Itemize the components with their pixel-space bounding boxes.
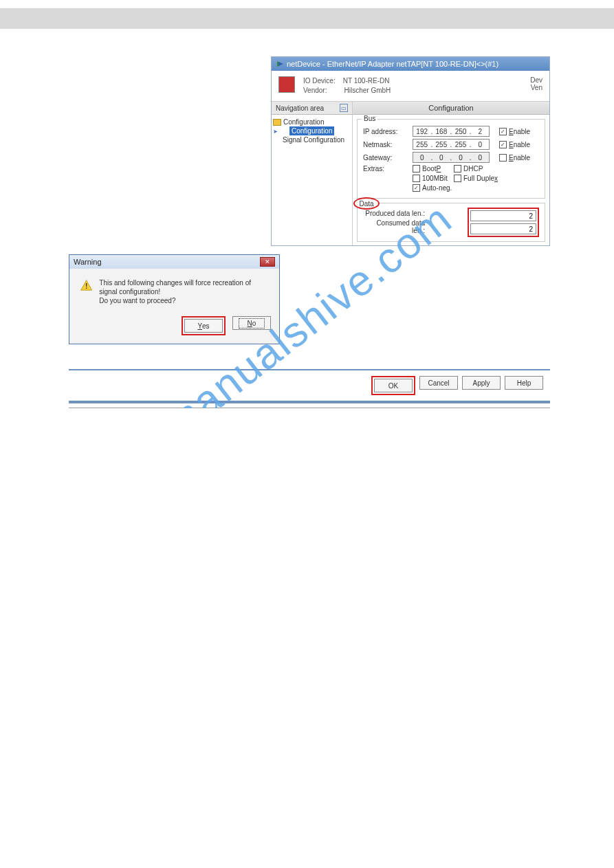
warning-dialog: Warning ✕ ! This and following changes w… — [69, 254, 280, 344]
gateway-label: Gateway: — [363, 154, 413, 162]
ok-button[interactable]: OK — [374, 379, 413, 392]
app-icon — [276, 60, 284, 68]
device-info-right: Dev Ven — [530, 76, 542, 96]
nav-pane: Navigation area ▭ Configuration ➤Configu… — [272, 102, 353, 245]
ip-row: IP address: 192. 168. 250. 2 ✓EEnablenab… — [363, 126, 539, 137]
arrow-icon: ➤ — [273, 129, 278, 135]
gateway-row: Gateway: 0. 0. 0. 0 Enable — [363, 152, 539, 163]
config-window: netDevice - EtherNet/IP Adapter netTAP[N… — [271, 56, 550, 246]
ip-label: IP address: — [363, 128, 413, 135]
checkbox-icon — [413, 175, 420, 182]
produced-label: Produced data len.: — [363, 210, 429, 217]
bus-fieldset: Bus IP address: 192. 168. 250. 2 ✓EEnabl… — [357, 119, 545, 199]
dhcp-label: DHCP — [463, 165, 483, 173]
consumed-label: Consumed data len.: — [363, 219, 429, 234]
fullduplex-chk[interactable]: Full Duplex — [454, 175, 498, 182]
gw-oct-2: 0 — [432, 154, 450, 162]
netmask-enable-chk[interactable]: ✓Enable — [499, 141, 530, 148]
close-button[interactable]: ✕ — [260, 257, 275, 267]
vendor-id-label: Ven — [530, 84, 542, 91]
bootp-chk[interactable]: BootP — [413, 165, 454, 173]
checkbox-icon: ✓ — [499, 128, 507, 135]
tree-root-label: Configuration — [283, 118, 324, 126]
produced-row: Produced data len.: — [363, 210, 468, 217]
data-fieldset: Data Produced data len.: Consumed data l… — [357, 203, 545, 242]
extras-row3: ✓Auto-neg. — [363, 184, 539, 192]
dhcp-chk[interactable]: DHCP — [454, 165, 483, 173]
svg-marker-1 — [278, 62, 283, 66]
help-button[interactable]: Help — [505, 376, 543, 390]
ip-input[interactable]: 192. 168. 250. 2 — [413, 126, 490, 137]
nav-title: Navigation area — [276, 104, 324, 112]
config-header: IO Device: NT 100-RE-DN Vendor: Hilscher… — [272, 71, 549, 101]
vendor-label: Vendor: — [303, 87, 327, 94]
ip-oct-4: 2 — [472, 128, 489, 135]
tree-selected-label: Configuration — [289, 126, 334, 135]
netmask-label: Netmask: — [363, 141, 413, 148]
folder-icon — [273, 119, 281, 126]
warning-title: Warning — [74, 258, 102, 266]
svg-text:!: ! — [85, 282, 87, 290]
nm-oct-3: 255 — [452, 141, 469, 148]
gw-oct-1: 0 — [413, 154, 430, 162]
device-icon — [278, 76, 295, 93]
tree-item-signal-config[interactable]: Signal Configuration — [273, 135, 351, 144]
consumed-input[interactable] — [470, 223, 536, 234]
extras-row: Extras: BootP DHCP — [363, 165, 539, 173]
config-body: Navigation area ▭ Configuration ➤Configu… — [272, 101, 549, 245]
checkbox-icon — [454, 175, 461, 182]
checkbox-icon: ✓ — [499, 141, 507, 148]
ip-enable-chk[interactable]: ✓EEnablenable — [499, 128, 530, 135]
gateway-input: 0. 0. 0. 0 — [413, 152, 490, 163]
gw-oct-3: 0 — [452, 154, 469, 162]
data-legend-highlighted: Data — [353, 197, 380, 210]
nm-oct-1: 255 — [413, 141, 430, 148]
no-button[interactable]: No — [232, 316, 271, 330]
autoneg-label: Auto-neg. — [422, 184, 452, 192]
checkbox-icon — [454, 165, 461, 173]
netmask-row: Netmask: 255. 255. 255. 0 ✓Enable — [363, 139, 539, 150]
100mbit-label: 100MBit — [422, 175, 448, 182]
gateway-enable-chk[interactable]: Enable — [499, 154, 530, 162]
tree-item-configuration[interactable]: ➤Configuration — [273, 126, 351, 135]
checkbox-icon — [499, 154, 507, 162]
warning-icon: ! — [80, 278, 92, 292]
config-window-titlebar[interactable]: netDevice - EtherNet/IP Adapter netTAP[N… — [272, 57, 549, 71]
gw-oct-4: 0 — [472, 154, 489, 162]
nm-oct-4: 0 — [472, 141, 489, 148]
content-title: Configuration — [353, 102, 549, 115]
warning-line1: This and following changes will force re… — [99, 278, 268, 296]
produced-input[interactable] — [470, 210, 536, 221]
checkbox-icon: ✓ — [413, 184, 420, 192]
warning-titlebar[interactable]: Warning ✕ — [69, 255, 279, 269]
config-window-title: netDevice - EtherNet/IP Adapter netTAP[N… — [287, 60, 498, 68]
warning-body: ! This and following changes will force … — [69, 269, 279, 312]
netmask-input[interactable]: 255. 255. 255. 0 — [413, 139, 490, 150]
dialog-buttons-bar: OK Cancel Apply Help — [69, 369, 550, 403]
ok-highlighted: OK — [371, 376, 415, 395]
ip-oct-2: 168 — [432, 128, 450, 135]
collapse-icon[interactable]: ▭ — [340, 104, 348, 112]
data-inputs-highlighted — [468, 208, 539, 237]
io-device-label: IO Device: — [303, 77, 336, 85]
ip-oct-1: 192 — [413, 128, 430, 135]
100mbit-chk[interactable]: 100MBit — [413, 175, 454, 182]
yes-button[interactable]: Yes — [184, 319, 223, 333]
content-pane: Configuration Bus IP address: 192. 168. … — [353, 102, 549, 245]
document-header-bar — [0, 8, 614, 29]
ip-oct-3: 250 — [452, 128, 469, 135]
warning-message: This and following changes will force re… — [99, 278, 268, 305]
warning-line2: Do you want to proceed? — [99, 296, 268, 305]
yes-highlighted: Yes — [182, 316, 226, 335]
bus-legend: Bus — [362, 115, 377, 122]
warning-buttons: Yes No — [69, 312, 279, 344]
consumed-row: Consumed data len.: — [363, 219, 468, 234]
checkbox-icon — [413, 165, 420, 173]
nav-header: Navigation area ▭ — [272, 102, 352, 115]
cancel-button[interactable]: Cancel — [419, 376, 458, 390]
tree-root[interactable]: Configuration — [273, 118, 351, 126]
apply-button[interactable]: Apply — [462, 376, 501, 390]
autoneg-chk[interactable]: ✓Auto-neg. — [413, 184, 454, 192]
extras-label: Extras: — [363, 165, 413, 173]
io-device-value: NT 100-RE-DN — [343, 77, 390, 85]
